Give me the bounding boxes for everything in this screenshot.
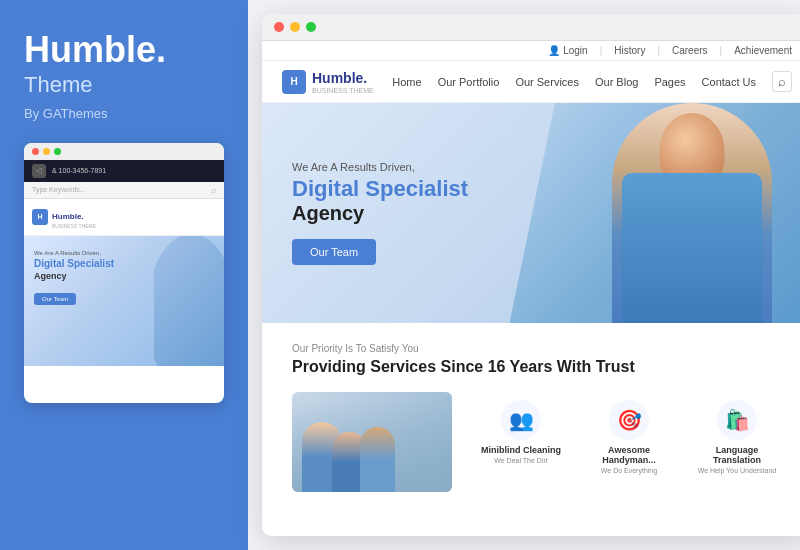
mini-titlebar bbox=[24, 143, 224, 160]
browser-titlebar bbox=[262, 14, 800, 41]
nav-services[interactable]: Our Services bbox=[515, 76, 579, 88]
service-title-2: Awesome Handyman... bbox=[584, 445, 674, 465]
service-icon-handyman: 🎯 bbox=[609, 400, 649, 440]
theme-subtitle: Theme bbox=[24, 72, 224, 98]
hero-btn[interactable]: Our Team bbox=[292, 239, 376, 265]
browser-dot-red bbox=[274, 22, 284, 32]
service-icon-miniblind: 👥 bbox=[501, 400, 541, 440]
mini-dot-green bbox=[54, 148, 61, 155]
topbar-divider-3: | bbox=[720, 45, 723, 56]
topbar-achievement[interactable]: Achievement bbox=[734, 45, 792, 56]
theme-author: By GAThemes bbox=[24, 106, 224, 121]
service-icon-translation: 🛍️ bbox=[717, 400, 757, 440]
hero-title-black: Agency bbox=[292, 202, 468, 225]
mini-dot-yellow bbox=[43, 148, 50, 155]
mini-logo-tagline: BUSINESS THEME bbox=[52, 223, 96, 229]
nav-contact[interactable]: Contact Us bbox=[702, 76, 756, 88]
mini-search-placeholder: Type Keywords... bbox=[32, 186, 86, 193]
hero-content: We Are A Results Driven, Digital Special… bbox=[262, 131, 498, 294]
site-logo-text: Humble. BUSINESS THEME bbox=[312, 69, 374, 94]
left-panel: Humble. Theme By GAThemes ◁ & 100-3456-7… bbox=[0, 0, 248, 550]
topbar-history[interactable]: History bbox=[614, 45, 645, 56]
services-image bbox=[292, 392, 452, 492]
hero-subtitle: We Are A Results Driven, bbox=[292, 161, 468, 173]
site-navbar: H Humble. BUSINESS THEME Home Our Portfo… bbox=[262, 61, 800, 103]
mini-preview: ◁ & 100-3456-7891 Type Keywords... ⌕ H H… bbox=[24, 143, 224, 403]
service-icon-list: 👥 Miniblind Cleaning We Deal The Dirt 🎯 … bbox=[476, 400, 782, 474]
person-body bbox=[622, 173, 762, 323]
nav-portfolio[interactable]: Our Portfolio bbox=[438, 76, 500, 88]
right-panel: 👤 Login | History | Careers | Achievemen… bbox=[248, 0, 800, 550]
mini-search-icon: ⌕ bbox=[211, 185, 216, 195]
site-logo-icon: H bbox=[282, 70, 306, 94]
mini-topbar: ◁ & 100-3456-7891 bbox=[24, 160, 224, 182]
site-hero-person bbox=[592, 103, 792, 323]
site-nav-links: Home Our Portfolio Our Services Our Blog… bbox=[392, 71, 792, 92]
service-person-3 bbox=[360, 427, 395, 492]
site-logo-name: Humble. bbox=[312, 70, 367, 86]
nav-pages[interactable]: Pages bbox=[654, 76, 685, 88]
service-sub-3: We Help You Understand bbox=[692, 467, 782, 474]
mini-hero-section: We Are A Results Driven, Digital Special… bbox=[24, 236, 224, 366]
site-logo-tagline: BUSINESS THEME bbox=[312, 87, 374, 94]
mini-share-icon: ◁ bbox=[32, 164, 46, 178]
service-title-3: Language Translation bbox=[692, 445, 782, 465]
mini-search-bar: Type Keywords... ⌕ bbox=[24, 182, 224, 199]
topbar-login[interactable]: 👤 Login bbox=[548, 45, 587, 56]
mini-phone: & 100-3456-7891 bbox=[52, 167, 106, 174]
mini-logo-icon: H bbox=[32, 209, 48, 225]
site-logo: H Humble. BUSINESS THEME bbox=[282, 69, 374, 94]
nav-blog[interactable]: Our Blog bbox=[595, 76, 638, 88]
services-title: Providing Services Since 16 Years With T… bbox=[292, 357, 782, 378]
hero-title-blue: Digital Specialist bbox=[292, 177, 468, 201]
service-card-2: 🎯 Awesome Handyman... We Do Everything bbox=[584, 400, 674, 474]
mini-hero-bg bbox=[154, 236, 224, 366]
mini-logo-bar: H Humble. BUSINESS THEME bbox=[24, 199, 224, 236]
mini-logo-name: Humble. bbox=[52, 212, 84, 221]
topbar-divider-2: | bbox=[657, 45, 660, 56]
service-sub-1: We Deal The Dirt bbox=[476, 457, 566, 464]
topbar-divider-1: | bbox=[600, 45, 603, 56]
services-priority: Our Priority Is To Satisfy You bbox=[292, 343, 782, 354]
service-card-1: 👥 Miniblind Cleaning We Deal The Dirt bbox=[476, 400, 566, 474]
theme-title: Humble. bbox=[24, 30, 224, 70]
services-header: Our Priority Is To Satisfy You Providing… bbox=[292, 343, 782, 378]
mini-hero-btn[interactable]: Our Team bbox=[34, 293, 76, 305]
browser-dot-yellow bbox=[290, 22, 300, 32]
person-shape bbox=[612, 103, 772, 323]
site-services: Our Priority Is To Satisfy You Providing… bbox=[262, 323, 800, 536]
nav-search-icon[interactable]: ⌕ bbox=[772, 71, 792, 92]
site-topbar: 👤 Login | History | Careers | Achievemen… bbox=[262, 41, 800, 61]
mini-dot-red bbox=[32, 148, 39, 155]
service-title-1: Miniblind Cleaning bbox=[476, 445, 566, 455]
mini-logo-text-wrap: Humble. BUSINESS THEME bbox=[52, 205, 96, 229]
service-sub-2: We Do Everything bbox=[584, 467, 674, 474]
browser-dot-green bbox=[306, 22, 316, 32]
services-cards: 👥 Miniblind Cleaning We Deal The Dirt 🎯 … bbox=[292, 392, 782, 492]
nav-home[interactable]: Home bbox=[392, 76, 421, 88]
topbar-careers[interactable]: Careers bbox=[672, 45, 708, 56]
browser-content: 👤 Login | History | Careers | Achievemen… bbox=[262, 41, 800, 536]
browser-window: 👤 Login | History | Careers | Achievemen… bbox=[262, 14, 800, 536]
service-card-3: 🛍️ Language Translation We Help You Unde… bbox=[692, 400, 782, 474]
site-hero: We Are A Results Driven, Digital Special… bbox=[262, 103, 800, 323]
